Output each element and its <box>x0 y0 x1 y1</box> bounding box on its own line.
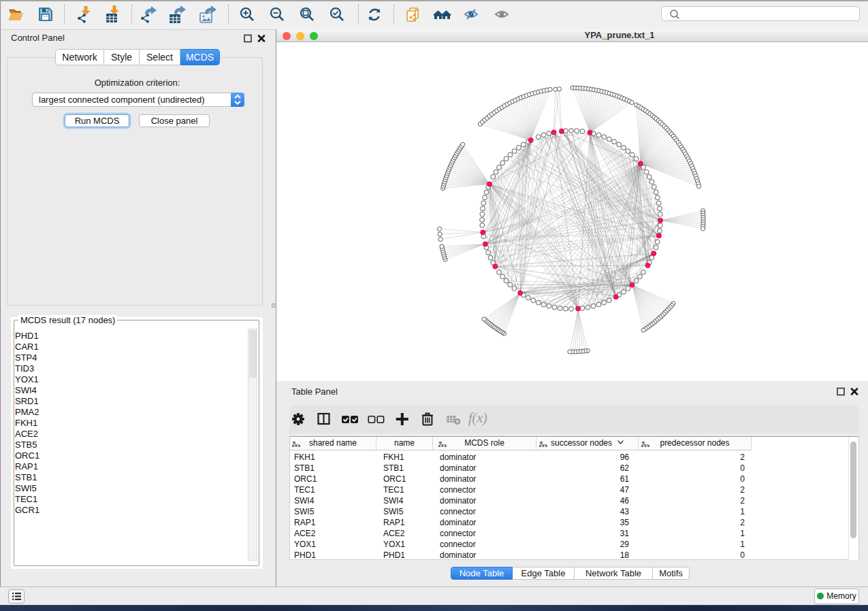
svg-text:f(x): f(x) <box>468 410 487 426</box>
